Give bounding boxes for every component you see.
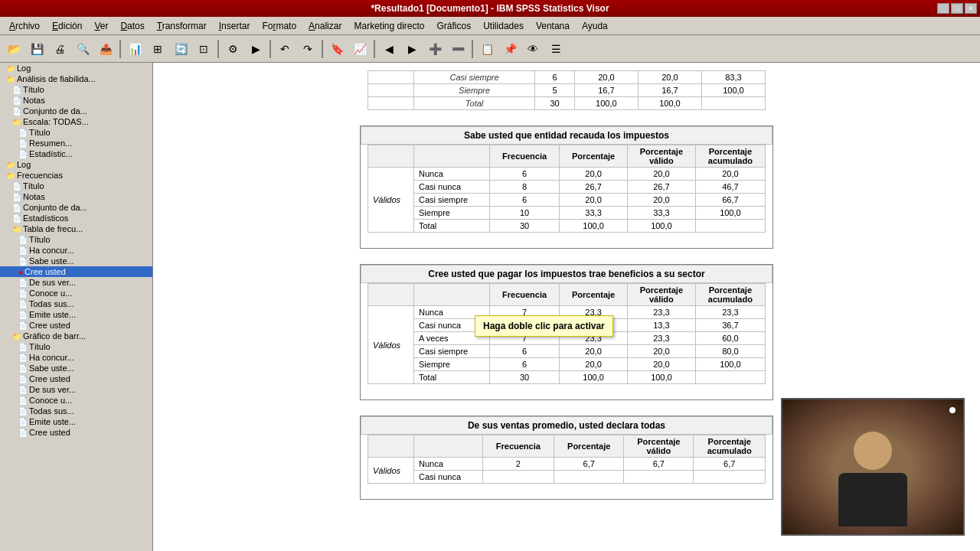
minimize-button[interactable]: _	[937, 3, 949, 14]
settings-button[interactable]: ⚙	[222, 38, 243, 60]
maximize-button[interactable]: □	[951, 3, 963, 14]
col-pct-valido: Porcentajeválido	[627, 145, 695, 168]
doc-icon: 📄	[12, 214, 21, 223]
toolbar-separator-6	[472, 40, 473, 58]
back-button[interactable]: ◀	[378, 38, 400, 60]
tree-item-grafico[interactable]: 📁 Gráfico de barr...	[0, 331, 152, 341]
menu-marketing[interactable]: Marketing directo	[348, 19, 430, 33]
tree-item-de-sus2[interactable]: 📄 De sus ver...	[0, 384, 152, 395]
undo-button[interactable]: ↶	[274, 38, 296, 60]
tree-item-log2[interactable]: 📁 Log	[0, 159, 152, 170]
tree-item-titulo4[interactable]: 📄 Título	[0, 234, 152, 245]
tree-item-titulo3[interactable]: 📄 Título	[0, 181, 152, 191]
tree-item-tabla-frec[interactable]: 📁 Tabla de frecu...	[0, 223, 152, 234]
tree-label: Cree usted	[29, 374, 70, 383]
title-bar: *Resultado1 [Documento1] - IBM SPSS Stat…	[0, 0, 980, 17]
tree-item-estadist1[interactable]: 📄 Estadístic...	[0, 148, 152, 159]
tree-item-conjunto1[interactable]: 📄 Conjunto de da...	[0, 106, 152, 116]
menu-button[interactable]: ☰	[545, 38, 567, 60]
tree-label: Análisis de fiabilida...	[17, 74, 96, 83]
tree-item-cree-usted1[interactable]: ● Cree usted	[0, 266, 152, 277]
tree-item-conjunto2[interactable]: 📄 Conjunto de da...	[0, 202, 152, 213]
tooltip-box: Haga doble clic para activar	[475, 315, 613, 337]
tree-label: Tabla de frecu...	[23, 224, 83, 233]
tree-item-de-sus[interactable]: 📄 De sus ver...	[0, 277, 152, 288]
doc-icon: 📄	[18, 129, 28, 137]
tree-item-resumen[interactable]: 📄 Resumen...	[0, 138, 152, 148]
table2-wrapper: Sabe usted que entidad recauda los impue…	[360, 126, 773, 249]
tree-item-titulo1[interactable]: 📄 Título	[0, 84, 152, 95]
tree-item-estadist2[interactable]: 📄 Estadísticos	[0, 213, 152, 223]
tree-label: Log	[17, 160, 31, 169]
export-button[interactable]: 📤	[95, 38, 116, 60]
chart2-button[interactable]: 📈	[349, 38, 371, 60]
tree-label: Escala: TODAS...	[23, 117, 89, 126]
menu-ver[interactable]: Ver	[88, 19, 114, 33]
menu-formato[interactable]: Formato	[256, 19, 302, 33]
tree-item-notas2[interactable]: 📄 Notas	[0, 191, 152, 202]
paste-button[interactable]: 📌	[499, 38, 521, 60]
print-button[interactable]: 🖨	[49, 38, 70, 60]
doc-icon: 📄	[18, 300, 28, 308]
menu-ayuda[interactable]: Ayuda	[576, 19, 614, 33]
tree-item-todas[interactable]: 📄 Todas sus...	[0, 298, 152, 309]
plus-button[interactable]: ➕	[424, 38, 446, 60]
redo-button[interactable]: ↷	[297, 38, 318, 60]
table3-title: Cree usted que pagar los impuestos trae …	[361, 265, 773, 283]
tree-item-ha-concur[interactable]: 📄 Ha concur...	[0, 245, 152, 256]
close-button[interactable]: ×	[965, 3, 977, 14]
doc-icon: 📄	[18, 407, 28, 416]
minus-button[interactable]: ➖	[447, 38, 469, 60]
table-button[interactable]: ⊞	[147, 38, 168, 60]
doc-icon: 📄	[18, 343, 28, 351]
menu-insertar[interactable]: Insertar	[213, 19, 256, 33]
tree-item-sabe-uste2[interactable]: 📄 Sabe uste...	[0, 363, 152, 373]
menu-edicion[interactable]: Edición	[46, 19, 88, 33]
save-button[interactable]: 💾	[26, 38, 47, 60]
menu-utilidades[interactable]: Utilidades	[477, 19, 530, 33]
menu-transformar[interactable]: Transformar	[151, 19, 213, 33]
view-button[interactable]: 👁	[522, 38, 544, 60]
tree-item-emite[interactable]: 📄 Emite uste...	[0, 309, 152, 320]
chart-button[interactable]: 📊	[124, 38, 145, 60]
bookmark-button[interactable]: 🔖	[326, 38, 348, 60]
tree-item-titulo5[interactable]: 📄 Título	[0, 341, 152, 352]
table4-title: De sus ventas promedio, usted declara to…	[361, 416, 773, 435]
table-row: Casi siempre 620,020,066,7	[368, 194, 766, 207]
pivot-button[interactable]: 🔄	[170, 38, 191, 60]
table-row: Siempre 1033,333,3100,0	[368, 207, 766, 220]
toolbar-separator-4	[322, 40, 323, 58]
tree-item-todas2[interactable]: 📄 Todas sus...	[0, 406, 152, 416]
run-button[interactable]: ▶	[245, 38, 266, 60]
tree-item-cree-usted4[interactable]: 📄 Cree usted	[0, 427, 152, 438]
menu-ventana[interactable]: Ventana	[530, 19, 576, 33]
tree-item-conoce[interactable]: 📄 Conoce u...	[0, 288, 152, 298]
tree-item-conoce2[interactable]: 📄 Conoce u...	[0, 395, 152, 406]
data-button[interactable]: ⊡	[193, 38, 214, 60]
forward-button[interactable]: ▶	[401, 38, 423, 60]
open-button[interactable]: 📂	[3, 38, 24, 60]
table-row: Casi nunca 826,726,746,7	[368, 181, 766, 194]
tree-item-sabe-uste[interactable]: 📄 Sabe uste...	[0, 256, 152, 266]
tree-item-emite2[interactable]: 📄 Emite uste...	[0, 416, 152, 427]
folder-icon: 📁	[6, 161, 15, 169]
tree-item-ha-concur2[interactable]: 📄 Ha concur...	[0, 352, 152, 363]
tree-item-escala[interactable]: 📁 Escala: TODAS...	[0, 116, 152, 127]
tree-item-log1[interactable]: 📁 Log	[0, 63, 152, 73]
tree-item-frecuencias[interactable]: 📁 Frecuencias	[0, 170, 152, 181]
tree-item-cree-usted3[interactable]: 📄 Cree usted	[0, 373, 152, 384]
content-area[interactable]: Casi siempre 6 20,0 20,0 83,3 Siempre 5 …	[153, 63, 980, 551]
tree-item-analisis[interactable]: 📁 Análisis de fiabilida...	[0, 73, 152, 84]
menu-graficos[interactable]: Gráficos	[431, 19, 478, 33]
menu-archivo[interactable]: Archivo	[3, 19, 46, 33]
tree-item-notas1[interactable]: 📄 Notas	[0, 95, 152, 106]
find-button[interactable]: 🔍	[72, 38, 93, 60]
tree-label: Frecuencias	[17, 171, 63, 180]
menu-datos[interactable]: Datos	[114, 19, 150, 33]
doc-icon: 📄	[18, 257, 28, 266]
copy-button[interactable]: 📋	[476, 38, 498, 60]
table-row: Casi nunca	[368, 471, 766, 484]
tree-item-cree-usted2[interactable]: 📄 Cree usted	[0, 320, 152, 331]
menu-analizar[interactable]: Analizar	[302, 19, 348, 33]
tree-item-titulo2[interactable]: 📄 Título	[0, 127, 152, 138]
